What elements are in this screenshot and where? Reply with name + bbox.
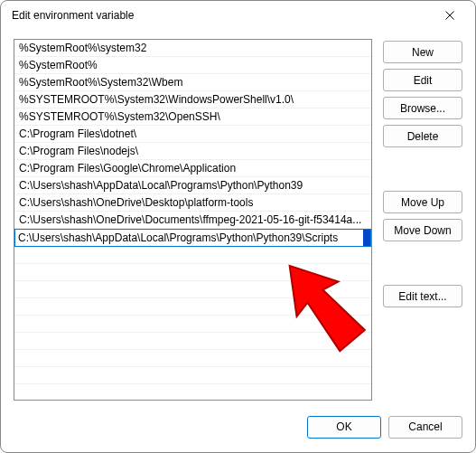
list-item[interactable]: %SYSTEMROOT%\System32\OpenSSH\ (14, 109, 371, 126)
edit-text-button[interactable]: Edit text... (383, 285, 462, 307)
dialog-window: Edit environment variable %SystemRoot%\s… (0, 0, 476, 453)
path-edit-input[interactable] (15, 230, 363, 246)
edit-button[interactable]: Edit (383, 69, 462, 91)
close-button[interactable] (432, 3, 468, 28)
list-item-empty[interactable] (14, 350, 371, 367)
list-item[interactable]: C:\Users\shash\OneDrive\Documents\ffmpeg… (14, 212, 371, 229)
list-item-editing[interactable] (14, 229, 371, 247)
delete-button[interactable]: Delete (383, 125, 462, 147)
list-item-empty[interactable] (14, 316, 371, 333)
side-button-column: New Edit Browse... Delete Move Up Move D… (383, 39, 462, 411)
list-item-empty[interactable] (14, 384, 371, 401)
list-item-empty[interactable] (14, 333, 371, 350)
browse-button[interactable]: Browse... (383, 97, 462, 119)
spacer (383, 153, 462, 185)
list-item[interactable]: C:\Program Files\dotnet\ (14, 126, 371, 143)
move-up-button[interactable]: Move Up (383, 191, 462, 213)
list-item-empty[interactable] (14, 264, 371, 281)
close-icon (445, 11, 454, 20)
list-item[interactable]: %SystemRoot%\System32\Wbem (14, 74, 371, 91)
list-item-empty[interactable] (14, 298, 371, 316)
list-item[interactable]: C:\Program Files\Google\Chrome\Applicati… (14, 160, 371, 177)
list-item[interactable]: %SystemRoot%\system32 (14, 40, 371, 57)
text-caret (363, 230, 370, 246)
move-down-button[interactable]: Move Down (383, 219, 462, 241)
cancel-button[interactable]: Cancel (388, 416, 462, 439)
list-inner: %SystemRoot%\system32 %SystemRoot% %Syst… (14, 40, 371, 401)
new-button[interactable]: New (383, 41, 462, 63)
spacer (383, 247, 462, 279)
content-area: %SystemRoot%\system32 %SystemRoot% %Syst… (1, 30, 475, 411)
list-item-empty[interactable] (14, 281, 371, 298)
list-item-empty[interactable] (14, 367, 371, 384)
list-item[interactable]: %SystemRoot% (14, 57, 371, 74)
list-item-empty[interactable] (14, 247, 371, 264)
list-item[interactable]: C:\Users\shash\AppData\Local\Programs\Py… (14, 177, 371, 194)
list-item[interactable]: C:\Program Files\nodejs\ (14, 143, 371, 160)
window-title: Edit environment variable (12, 9, 432, 22)
titlebar: Edit environment variable (1, 1, 475, 30)
list-item[interactable]: %SYSTEMROOT%\System32\WindowsPowerShell\… (14, 91, 371, 109)
path-listbox[interactable]: %SystemRoot%\system32 %SystemRoot% %Syst… (14, 39, 372, 401)
list-item[interactable]: C:\Users\shash\OneDrive\Desktop\platform… (14, 194, 371, 212)
ok-button[interactable]: OK (307, 416, 381, 439)
dialog-footer: OK Cancel (1, 411, 475, 452)
